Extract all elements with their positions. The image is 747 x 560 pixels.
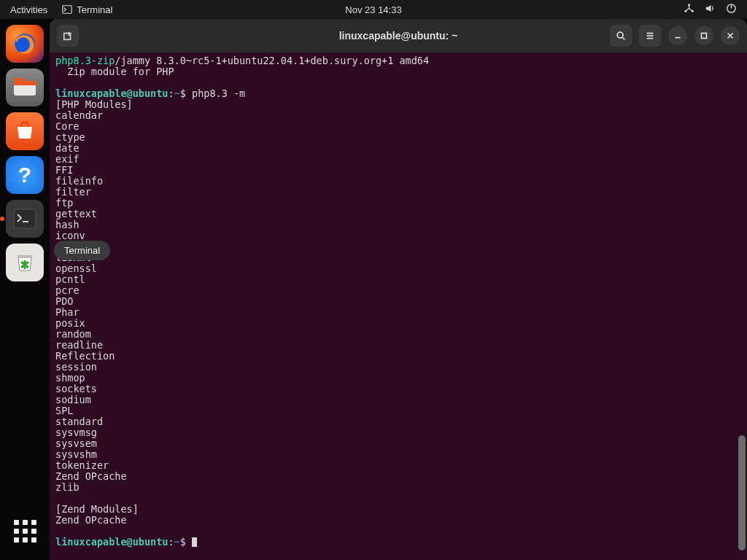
module-line: openssl	[55, 263, 741, 274]
trash-icon	[15, 252, 35, 273]
module-line: session	[55, 362, 741, 373]
svg-rect-9	[14, 81, 36, 85]
module-line: date	[55, 143, 741, 154]
svg-rect-24	[702, 34, 707, 39]
module-line: SPL	[55, 405, 741, 416]
network-icon[interactable]	[684, 3, 694, 16]
minimize-icon	[673, 31, 683, 41]
zend-module-line: Zend OPcache	[55, 515, 741, 526]
search-button[interactable]	[610, 25, 632, 47]
show-applications[interactable]	[6, 512, 44, 550]
module-line: gettext	[55, 209, 741, 219]
new-tab-button[interactable]	[57, 25, 79, 47]
module-line: ctype	[55, 132, 741, 143]
module-line: PDO	[55, 296, 741, 307]
terminal-body[interactable]: php8.3-zip/jammy 8.3.0~rc5-1+ubuntu22.04…	[50, 52, 747, 560]
module-line: filter	[55, 187, 741, 198]
svg-rect-0	[63, 6, 71, 14]
maximize-icon	[699, 31, 709, 41]
cursor	[192, 537, 197, 547]
module-line: Core	[55, 121, 741, 132]
dock-files[interactable]	[6, 69, 44, 106]
terminal-icon	[12, 208, 37, 230]
module-line: calendar	[55, 110, 741, 121]
dock-firefox[interactable]	[6, 25, 44, 63]
zend-modules-header: [Zend Modules]	[55, 504, 741, 515]
module-line: hash	[55, 219, 741, 230]
active-app-label: Terminal	[77, 4, 112, 15]
search-icon	[616, 31, 626, 41]
gnome-top-bar: Activities Terminal Nov 23 14:33	[0, 0, 747, 19]
blank-line	[55, 77, 741, 88]
terminal-window: linuxcapable@ubuntu: ~ php8.3-zip/jammy …	[50, 19, 747, 560]
dock-tooltip: Terminal	[54, 241, 110, 260]
dock-software[interactable]	[6, 112, 44, 150]
hamburger-menu-button[interactable]	[639, 25, 661, 47]
module-line: pcre	[55, 285, 741, 296]
module-line: Phar	[55, 307, 741, 318]
module-line: sodium	[55, 394, 741, 405]
apt-output-desc: Zip module for PHP	[55, 66, 741, 77]
apps-grid-icon	[14, 520, 36, 542]
files-icon	[12, 77, 37, 98]
prompt-line-2: linuxcapable@ubuntu:~$	[55, 537, 741, 548]
svg-line-19	[623, 38, 625, 40]
firefox-icon	[12, 31, 37, 56]
blank-line	[55, 526, 741, 537]
shopping-bag-icon	[13, 120, 36, 143]
svg-point-18	[617, 32, 623, 38]
svg-point-10	[22, 121, 25, 124]
window-titlebar[interactable]: linuxcapable@ubuntu: ~	[50, 19, 747, 52]
php-modules-header: [PHP Modules]	[55, 99, 741, 110]
module-line: exif	[55, 154, 741, 165]
module-line: zlib	[55, 482, 741, 493]
module-line: random	[55, 329, 741, 340]
volume-icon[interactable]	[705, 3, 716, 16]
power-icon[interactable]	[726, 3, 737, 16]
blank-line	[55, 493, 741, 504]
dock-help[interactable]: ?	[6, 156, 44, 194]
close-icon	[725, 31, 735, 41]
module-line: libxml	[55, 252, 741, 263]
module-line: posix	[55, 318, 741, 329]
module-line: shmop	[55, 373, 741, 384]
svg-point-11	[25, 121, 28, 124]
module-line: FFI	[55, 165, 741, 176]
close-button[interactable]	[721, 26, 740, 45]
scrollbar-thumb[interactable]	[738, 435, 746, 551]
module-line: pcntl	[55, 274, 741, 285]
maximize-button[interactable]	[694, 26, 713, 45]
activities-button[interactable]: Activities	[10, 4, 47, 15]
module-line: sockets	[55, 384, 741, 394]
module-line: sysvmsg	[55, 427, 741, 438]
prompt-line-1: linuxcapable@ubuntu:~$ php8.3 -m	[55, 88, 741, 99]
module-line: tokenizer	[55, 460, 741, 471]
svg-rect-14	[18, 255, 32, 258]
dock: ?	[0, 19, 50, 560]
module-line: fileinfo	[55, 176, 741, 187]
terminal-scrollbar[interactable]	[738, 74, 746, 556]
new-tab-icon	[63, 31, 73, 41]
module-line: Zend OPcache	[55, 471, 741, 482]
hamburger-icon	[645, 31, 655, 41]
module-line: sysvsem	[55, 438, 741, 449]
window-title: linuxcapable@ubuntu: ~	[339, 30, 458, 42]
module-line: json	[55, 241, 741, 252]
dock-terminal[interactable]	[6, 200, 44, 238]
svg-rect-12	[14, 209, 36, 228]
module-line: iconv	[55, 230, 741, 241]
dock-trash[interactable]	[6, 244, 44, 281]
module-line: readline	[55, 340, 741, 351]
clock[interactable]: Nov 23 14:33	[345, 4, 401, 15]
module-line: Reflection	[55, 351, 741, 362]
active-app-menu[interactable]: Terminal	[62, 4, 112, 15]
minimize-button[interactable]	[668, 26, 687, 45]
module-line: sysvshm	[55, 449, 741, 460]
module-line: standard	[55, 416, 741, 427]
apt-output-line: php8.3-zip/jammy 8.3.0~rc5-1+ubuntu22.04…	[55, 55, 741, 66]
module-line: ftp	[55, 198, 741, 209]
question-icon: ?	[18, 163, 31, 187]
terminal-small-icon	[62, 4, 72, 15]
